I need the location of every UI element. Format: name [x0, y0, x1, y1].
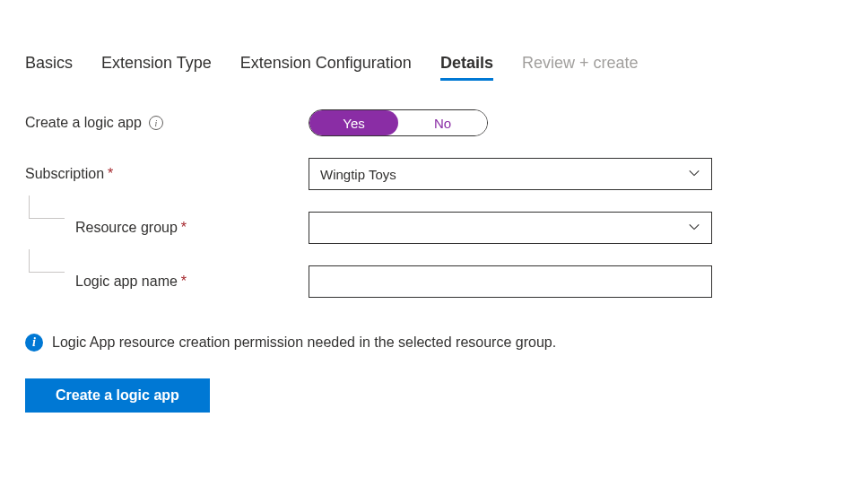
row-subscription: Subscription * Wingtip Toys [25, 158, 836, 190]
tab-extension-type[interactable]: Extension Type [101, 54, 212, 81]
tab-extension-configuration[interactable]: Extension Configuration [240, 54, 412, 81]
label-logic-app-name: Logic app name [75, 274, 178, 290]
row-logic-app-name: Logic app name * [25, 265, 836, 298]
dropdown-resource-group[interactable] [309, 212, 712, 244]
toggle-create-logic-app: Yes No [309, 109, 488, 136]
toggle-no[interactable]: No [398, 110, 487, 135]
required-indicator: * [181, 220, 187, 236]
dropdown-subscription-value: Wingtip Toys [320, 167, 396, 182]
row-create-logic-app: Create a logic app i Yes No [25, 109, 836, 136]
tab-review-create[interactable]: Review + create [522, 54, 639, 81]
input-logic-app-name[interactable] [309, 265, 712, 298]
tab-basics[interactable]: Basics [25, 54, 73, 81]
info-solid-icon: i [25, 334, 43, 352]
info-message-text: Logic App resource creation permission n… [52, 335, 556, 351]
tree-connector [29, 196, 65, 219]
label-subscription: Subscription [25, 166, 104, 182]
tab-bar: Basics Extension Type Extension Configur… [25, 54, 836, 81]
label-create-logic-app: Create a logic app [25, 115, 142, 131]
label-resource-group: Resource group [75, 220, 178, 236]
required-indicator: * [181, 274, 187, 290]
toggle-yes[interactable]: Yes [309, 110, 398, 135]
dropdown-subscription[interactable]: Wingtip Toys [309, 158, 712, 190]
info-banner: i Logic App resource creation permission… [25, 334, 836, 352]
tab-details[interactable]: Details [440, 54, 493, 81]
chevron-down-icon [688, 221, 700, 236]
required-indicator: * [108, 166, 113, 182]
create-logic-app-button[interactable]: Create a logic app [25, 378, 210, 413]
tree-connector [29, 249, 65, 273]
info-icon[interactable]: i [149, 116, 163, 130]
row-resource-group: Resource group * [25, 212, 836, 244]
chevron-down-icon [688, 167, 700, 182]
